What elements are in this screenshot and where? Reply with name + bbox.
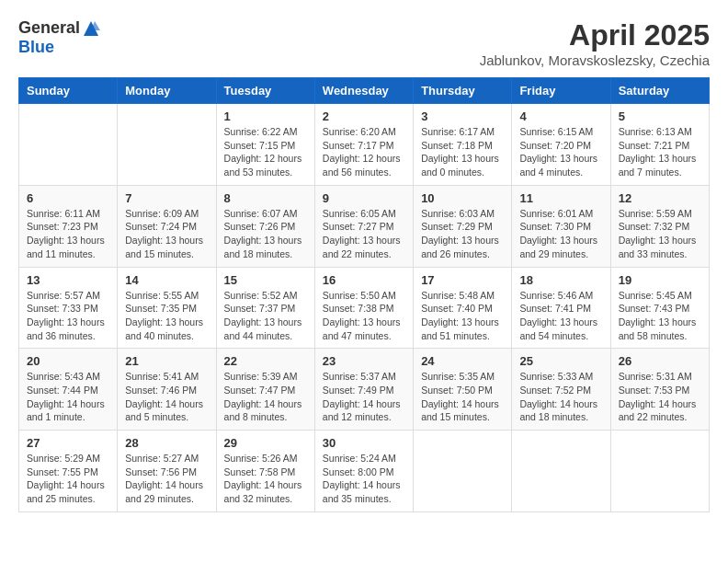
weekday-header-monday: Monday — [118, 78, 216, 104]
calendar-cell — [19, 104, 118, 186]
calendar-cell: 19Sunrise: 5:45 AM Sunset: 7:43 PM Dayli… — [610, 267, 709, 349]
day-info: Sunrise: 6:03 AM Sunset: 7:29 PM Dayligh… — [421, 207, 504, 261]
calendar-cell: 9Sunrise: 6:05 AM Sunset: 7:27 PM Daylig… — [314, 185, 413, 267]
day-number: 14 — [125, 273, 208, 287]
day-info: Sunrise: 6:22 AM Sunset: 7:15 PM Dayligh… — [224, 125, 307, 179]
day-info: Sunrise: 5:26 AM Sunset: 7:58 PM Dayligh… — [224, 452, 307, 506]
calendar-cell: 2Sunrise: 6:20 AM Sunset: 7:17 PM Daylig… — [314, 104, 413, 186]
calendar-cell: 28Sunrise: 5:27 AM Sunset: 7:56 PM Dayli… — [118, 431, 216, 512]
calendar-week-row: 27Sunrise: 5:29 AM Sunset: 7:55 PM Dayli… — [19, 431, 710, 512]
weekday-header-friday: Friday — [512, 78, 610, 104]
day-number: 13 — [27, 273, 109, 287]
calendar-cell: 18Sunrise: 5:46 AM Sunset: 7:41 PM Dayli… — [512, 267, 610, 349]
day-info: Sunrise: 5:35 AM Sunset: 7:50 PM Dayligh… — [421, 370, 504, 424]
day-number: 24 — [421, 354, 504, 368]
day-info: Sunrise: 5:41 AM Sunset: 7:46 PM Dayligh… — [125, 370, 208, 424]
logo-general-text: General — [18, 18, 80, 38]
calendar-cell: 25Sunrise: 5:33 AM Sunset: 7:52 PM Dayli… — [512, 349, 610, 431]
calendar-cell: 23Sunrise: 5:37 AM Sunset: 7:49 PM Dayli… — [314, 349, 413, 431]
calendar-cell: 11Sunrise: 6:01 AM Sunset: 7:30 PM Dayli… — [512, 185, 610, 267]
day-number: 22 — [224, 354, 307, 368]
calendar-table: SundayMondayTuesdayWednesdayThursdayFrid… — [18, 77, 710, 512]
calendar-cell: 29Sunrise: 5:26 AM Sunset: 7:58 PM Dayli… — [216, 431, 314, 512]
calendar-cell: 12Sunrise: 5:59 AM Sunset: 7:32 PM Dayli… — [610, 185, 709, 267]
weekday-header-thursday: Thursday — [414, 78, 512, 104]
title-section: April 2025 Jablunkov, Moravskoslezsky, C… — [480, 18, 710, 68]
day-info: Sunrise: 6:15 AM Sunset: 7:20 PM Dayligh… — [519, 125, 602, 179]
logo-icon — [82, 19, 100, 38]
calendar-cell: 5Sunrise: 6:13 AM Sunset: 7:21 PM Daylig… — [610, 104, 709, 186]
calendar-cell: 16Sunrise: 5:50 AM Sunset: 7:38 PM Dayli… — [314, 267, 413, 349]
calendar-cell: 3Sunrise: 6:17 AM Sunset: 7:18 PM Daylig… — [414, 104, 512, 186]
day-info: Sunrise: 5:39 AM Sunset: 7:47 PM Dayligh… — [224, 370, 307, 424]
day-info: Sunrise: 5:57 AM Sunset: 7:33 PM Dayligh… — [27, 289, 109, 343]
calendar-cell — [118, 104, 216, 186]
day-info: Sunrise: 6:11 AM Sunset: 7:23 PM Dayligh… — [27, 207, 109, 261]
day-number: 28 — [125, 436, 208, 450]
calendar-cell: 14Sunrise: 5:55 AM Sunset: 7:35 PM Dayli… — [118, 267, 216, 349]
calendar-cell: 4Sunrise: 6:15 AM Sunset: 7:20 PM Daylig… — [512, 104, 610, 186]
day-info: Sunrise: 6:20 AM Sunset: 7:17 PM Dayligh… — [323, 125, 405, 179]
day-number: 9 — [323, 191, 405, 205]
day-number: 17 — [421, 273, 504, 287]
day-number: 1 — [224, 109, 307, 123]
day-number: 21 — [125, 354, 208, 368]
day-number: 29 — [224, 436, 307, 450]
day-info: Sunrise: 5:50 AM Sunset: 7:38 PM Dayligh… — [323, 289, 405, 343]
day-info: Sunrise: 5:24 AM Sunset: 8:00 PM Dayligh… — [323, 452, 405, 506]
weekday-header-row: SundayMondayTuesdayWednesdayThursdayFrid… — [19, 78, 710, 104]
day-info: Sunrise: 6:17 AM Sunset: 7:18 PM Dayligh… — [421, 125, 504, 179]
day-number: 16 — [323, 273, 405, 287]
calendar-cell: 21Sunrise: 5:41 AM Sunset: 7:46 PM Dayli… — [118, 349, 216, 431]
page-header: General Blue April 2025 Jablunkov, Morav… — [18, 18, 710, 68]
day-info: Sunrise: 5:33 AM Sunset: 7:52 PM Dayligh… — [519, 370, 602, 424]
day-number: 30 — [323, 436, 405, 450]
weekday-header-tuesday: Tuesday — [216, 78, 314, 104]
calendar-week-row: 13Sunrise: 5:57 AM Sunset: 7:33 PM Dayli… — [19, 267, 710, 349]
day-number: 20 — [27, 354, 109, 368]
day-number: 5 — [619, 109, 701, 123]
calendar-cell: 30Sunrise: 5:24 AM Sunset: 8:00 PM Dayli… — [314, 431, 413, 512]
month-title: April 2025 — [480, 18, 710, 52]
calendar-cell: 10Sunrise: 6:03 AM Sunset: 7:29 PM Dayli… — [414, 185, 512, 267]
day-info: Sunrise: 5:45 AM Sunset: 7:43 PM Dayligh… — [619, 289, 701, 343]
day-number: 7 — [125, 191, 208, 205]
calendar-cell: 6Sunrise: 6:11 AM Sunset: 7:23 PM Daylig… — [19, 185, 118, 267]
calendar-cell: 13Sunrise: 5:57 AM Sunset: 7:33 PM Dayli… — [19, 267, 118, 349]
weekday-header-saturday: Saturday — [610, 78, 709, 104]
day-number: 15 — [224, 273, 307, 287]
weekday-header-sunday: Sunday — [19, 78, 118, 104]
calendar-week-row: 6Sunrise: 6:11 AM Sunset: 7:23 PM Daylig… — [19, 185, 710, 267]
day-number: 8 — [224, 191, 307, 205]
logo: General Blue — [18, 18, 100, 57]
day-info: Sunrise: 5:43 AM Sunset: 7:44 PM Dayligh… — [27, 370, 109, 424]
day-info: Sunrise: 6:01 AM Sunset: 7:30 PM Dayligh… — [519, 207, 602, 261]
day-number: 26 — [619, 354, 701, 368]
day-info: Sunrise: 6:13 AM Sunset: 7:21 PM Dayligh… — [619, 125, 701, 179]
weekday-header-wednesday: Wednesday — [314, 78, 413, 104]
calendar-cell — [414, 431, 512, 512]
calendar-cell: 20Sunrise: 5:43 AM Sunset: 7:44 PM Dayli… — [19, 349, 118, 431]
day-info: Sunrise: 5:31 AM Sunset: 7:53 PM Dayligh… — [619, 370, 701, 424]
day-info: Sunrise: 5:59 AM Sunset: 7:32 PM Dayligh… — [619, 207, 701, 261]
day-number: 4 — [519, 109, 602, 123]
calendar-cell: 7Sunrise: 6:09 AM Sunset: 7:24 PM Daylig… — [118, 185, 216, 267]
calendar-cell: 22Sunrise: 5:39 AM Sunset: 7:47 PM Dayli… — [216, 349, 314, 431]
day-info: Sunrise: 5:27 AM Sunset: 7:56 PM Dayligh… — [125, 452, 208, 506]
day-number: 18 — [519, 273, 602, 287]
day-info: Sunrise: 5:46 AM Sunset: 7:41 PM Dayligh… — [519, 289, 602, 343]
day-info: Sunrise: 5:29 AM Sunset: 7:55 PM Dayligh… — [27, 452, 109, 506]
day-number: 6 — [27, 191, 109, 205]
day-info: Sunrise: 5:48 AM Sunset: 7:40 PM Dayligh… — [421, 289, 504, 343]
day-number: 12 — [619, 191, 701, 205]
day-info: Sunrise: 6:05 AM Sunset: 7:27 PM Dayligh… — [323, 207, 405, 261]
calendar-cell: 15Sunrise: 5:52 AM Sunset: 7:37 PM Dayli… — [216, 267, 314, 349]
day-info: Sunrise: 5:55 AM Sunset: 7:35 PM Dayligh… — [125, 289, 208, 343]
calendar-week-row: 1Sunrise: 6:22 AM Sunset: 7:15 PM Daylig… — [19, 104, 710, 186]
day-info: Sunrise: 5:37 AM Sunset: 7:49 PM Dayligh… — [323, 370, 405, 424]
day-number: 25 — [519, 354, 602, 368]
day-number: 3 — [421, 109, 504, 123]
day-number: 27 — [27, 436, 109, 450]
calendar-cell — [512, 431, 610, 512]
day-info: Sunrise: 5:52 AM Sunset: 7:37 PM Dayligh… — [224, 289, 307, 343]
